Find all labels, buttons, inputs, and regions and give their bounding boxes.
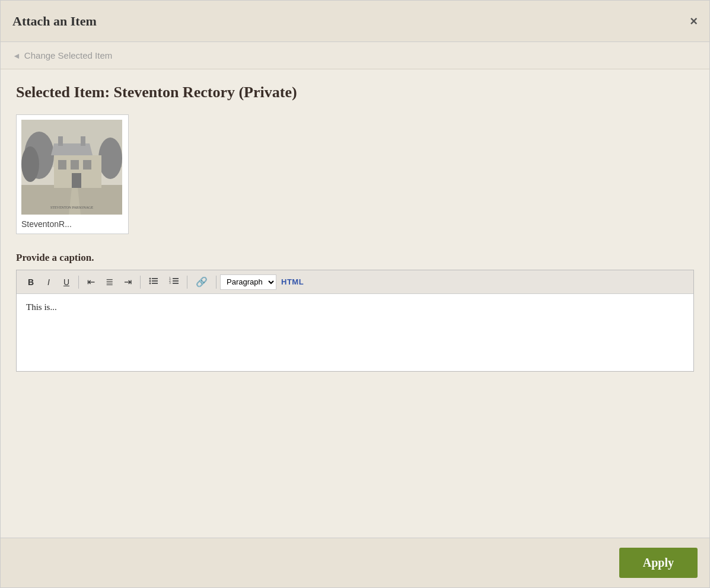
nav-bar: ◄ Change Selected Item: [1, 42, 709, 69]
svg-point-16: [149, 278, 151, 280]
item-grid: STEVENTON PARSONAGE SteventonR...: [16, 114, 694, 234]
dialog-footer: Apply: [1, 538, 709, 587]
svg-text:STEVENTON PARSONAGE: STEVENTON PARSONAGE: [50, 206, 94, 209]
caption-section: Provide a caption. B I U ⇤ ≣ ⇥: [16, 252, 694, 372]
svg-point-20: [149, 283, 151, 285]
rte-body[interactable]: This is...: [17, 294, 693, 371]
item-card-label: SteventonR...: [21, 219, 123, 229]
html-button[interactable]: HTML: [278, 276, 307, 288]
svg-rect-10: [58, 160, 66, 170]
unordered-list-button[interactable]: [144, 274, 163, 290]
svg-marker-7: [51, 143, 93, 155]
svg-rect-12: [83, 160, 91, 170]
link-button[interactable]: 🔗: [191, 274, 212, 290]
svg-rect-19: [152, 280, 158, 282]
italic-button[interactable]: I: [40, 275, 57, 289]
svg-rect-25: [173, 280, 179, 282]
rich-text-editor: B I U ⇤ ≣ ⇥: [16, 270, 694, 372]
item-card[interactable]: STEVENTON PARSONAGE SteventonR...: [16, 114, 129, 234]
svg-rect-11: [71, 160, 79, 170]
svg-rect-17: [152, 278, 158, 279]
attach-item-dialog: Attach an Item × ◄ Change Selected Item …: [0, 0, 710, 588]
back-link-label: Change Selected Item: [24, 50, 112, 60]
ordered-list-button[interactable]: 1. 2. 3.: [164, 274, 183, 290]
svg-point-18: [149, 280, 151, 282]
align-center-button[interactable]: ≣: [101, 274, 118, 290]
svg-point-3: [21, 146, 39, 182]
svg-rect-9: [81, 136, 85, 146]
svg-point-4: [98, 138, 122, 179]
caption-label: Provide a caption.: [16, 252, 694, 264]
underline-button[interactable]: U: [58, 275, 75, 289]
svg-rect-27: [173, 283, 179, 284]
close-button[interactable]: ×: [690, 15, 698, 28]
svg-rect-13: [72, 173, 81, 188]
toolbar-separator-2: [140, 276, 141, 289]
apply-button[interactable]: Apply: [619, 548, 698, 578]
svg-rect-23: [173, 278, 179, 279]
svg-text:3.: 3.: [169, 281, 171, 285]
dialog-title: Attach an Item: [12, 14, 97, 29]
dialog-header: Attach an Item ×: [1, 1, 709, 42]
toolbar-separator-3: [187, 276, 187, 289]
back-arrow-icon: ◄: [12, 51, 21, 60]
bold-button[interactable]: B: [23, 275, 39, 289]
item-card-image: STEVENTON PARSONAGE: [21, 120, 122, 215]
selected-item-title: Selected Item: Steventon Rectory (Privat…: [16, 84, 694, 101]
toolbar-separator-1: [78, 276, 79, 289]
toolbar-separator-4: [216, 276, 216, 289]
rte-toolbar: B I U ⇤ ≣ ⇥: [17, 270, 693, 294]
paragraph-select[interactable]: Paragraph Heading 1 Heading 2 Heading 3: [220, 274, 276, 290]
align-left-button[interactable]: ⇤: [82, 274, 100, 290]
change-selected-item-link[interactable]: ◄ Change Selected Item: [12, 50, 112, 60]
svg-rect-21: [152, 283, 158, 284]
paragraph-select-wrap: Paragraph Heading 1 Heading 2 Heading 3: [220, 274, 276, 290]
svg-rect-8: [58, 136, 63, 146]
dialog-content: Selected Item: Steventon Rectory (Privat…: [1, 69, 709, 538]
align-right-button[interactable]: ⇥: [119, 274, 136, 290]
